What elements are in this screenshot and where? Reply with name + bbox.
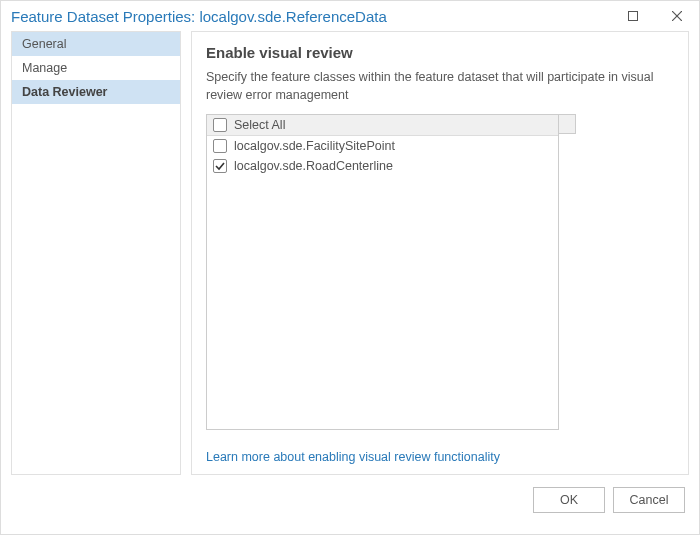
item-label: localgov.sde.FacilitySitePoint — [234, 139, 395, 153]
ok-button[interactable]: OK — [533, 487, 605, 513]
feature-class-list: Select All localgov.sde.FacilitySitePoin… — [206, 114, 559, 430]
close-icon — [672, 11, 682, 21]
sidebar-item-general[interactable]: General — [12, 32, 180, 56]
titlebar: Feature Dataset Properties: localgov.sde… — [1, 1, 699, 31]
select-all-row[interactable]: Select All — [207, 115, 558, 136]
list-item[interactable]: localgov.sde.RoadCenterline — [207, 156, 558, 176]
svg-rect-0 — [629, 12, 638, 21]
select-all-label: Select All — [234, 118, 285, 132]
item-checkbox[interactable] — [213, 139, 227, 153]
sidebar-item-label: Data Reviewer — [22, 85, 107, 99]
sidebar-item-data-reviewer[interactable]: Data Reviewer — [12, 80, 180, 104]
window-controls — [611, 1, 699, 31]
main-panel: Enable visual review Specify the feature… — [191, 31, 689, 475]
list-item[interactable]: localgov.sde.FacilitySitePoint — [207, 136, 558, 156]
check-icon — [215, 161, 225, 171]
learn-more-link[interactable]: Learn more about enabling visual review … — [206, 450, 674, 464]
dialog-footer: OK Cancel — [1, 481, 699, 513]
panel-description: Specify the feature classes within the f… — [206, 69, 674, 104]
item-checkbox[interactable] — [213, 159, 227, 173]
feature-class-list-wrap: Select All localgov.sde.FacilitySitePoin… — [206, 114, 576, 430]
sidebar-item-manage[interactable]: Manage — [12, 56, 180, 80]
item-label: localgov.sde.RoadCenterline — [234, 159, 393, 173]
maximize-icon — [628, 11, 638, 21]
panel-heading: Enable visual review — [206, 44, 674, 61]
close-button[interactable] — [655, 1, 699, 31]
window-title: Feature Dataset Properties: localgov.sde… — [11, 8, 611, 25]
content-area: General Manage Data Reviewer Enable visu… — [1, 31, 699, 481]
sidebar: General Manage Data Reviewer — [11, 31, 181, 475]
sidebar-item-label: General — [22, 37, 66, 51]
maximize-button[interactable] — [611, 1, 655, 31]
scrollbar-stub[interactable] — [559, 114, 576, 134]
select-all-checkbox[interactable] — [213, 118, 227, 132]
cancel-button[interactable]: Cancel — [613, 487, 685, 513]
sidebar-item-label: Manage — [22, 61, 67, 75]
